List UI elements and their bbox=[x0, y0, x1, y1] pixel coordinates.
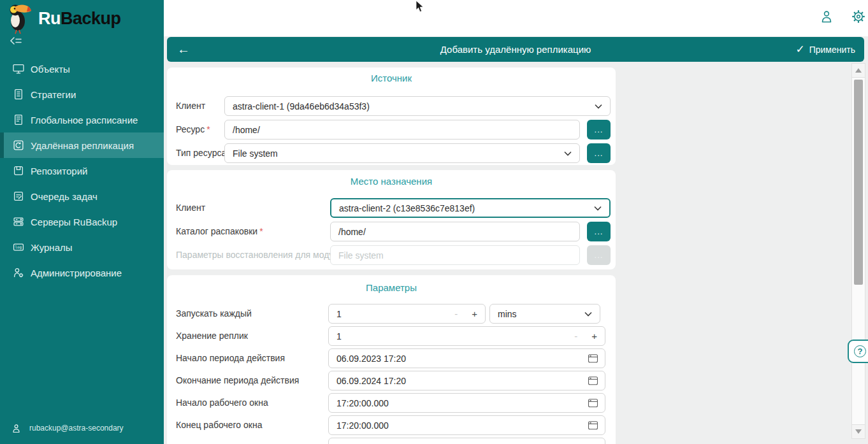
destination-section: Место назначения Клиент astra-client-2 (… bbox=[167, 170, 616, 269]
chevron-down-icon bbox=[564, 151, 572, 156]
chevron-down-icon bbox=[594, 206, 602, 211]
destination-dir-input[interactable] bbox=[330, 222, 580, 241]
destination-dir-browse-button[interactable]: ... bbox=[587, 222, 611, 241]
svg-text:log: log bbox=[15, 245, 22, 250]
collapse-sidebar-icon[interactable] bbox=[10, 36, 22, 46]
period-end-input[interactable] bbox=[328, 371, 605, 390]
sidebar-item-remote-replication[interactable]: Удалённая репликация bbox=[0, 132, 164, 158]
sidebar-item-task-queue[interactable]: Очередь задач bbox=[0, 183, 164, 209]
page-title: Добавить удалённую репликацию bbox=[167, 37, 864, 62]
required-mark: * bbox=[206, 124, 210, 134]
toucan-logo-icon bbox=[5, 2, 34, 35]
sidebar-item-label: Журналы bbox=[31, 242, 73, 253]
calendar-icon[interactable] bbox=[588, 353, 598, 364]
source-type-browse-button[interactable]: ... bbox=[587, 143, 611, 163]
triangle-down-icon bbox=[855, 429, 862, 434]
sidebar-item-journals[interactable]: log Журналы bbox=[0, 234, 164, 260]
calendar-icon[interactable] bbox=[588, 397, 598, 408]
window-start-input[interactable] bbox=[328, 393, 605, 413]
check-icon: ✓ bbox=[795, 43, 804, 56]
source-resource-browse-button[interactable]: ... bbox=[587, 120, 611, 140]
sidebar-menu: Объекты Стратегии Глобальное расписание … bbox=[0, 56, 164, 285]
app-title: RuBackup bbox=[38, 9, 121, 29]
calendar-icon[interactable] bbox=[588, 420, 598, 431]
sidebar-item-administration[interactable]: Администрирование bbox=[0, 260, 164, 285]
module-params-browse-button: ... bbox=[587, 245, 611, 265]
source-client-select[interactable]: astra-client-1 (9da46eb6d34a53f3) bbox=[224, 96, 611, 116]
document-icon bbox=[13, 89, 24, 100]
monitor-icon bbox=[13, 63, 24, 75]
increment-button[interactable]: + bbox=[591, 331, 597, 341]
form-header: ← Добавить удалённую репликацию ✓ Примен… bbox=[167, 37, 864, 62]
keep-replicas-stepper[interactable]: 1 - + bbox=[328, 326, 605, 346]
decrement-button[interactable]: - bbox=[574, 331, 577, 341]
logged-in-user: rubackup@astra-secondary bbox=[29, 424, 124, 433]
sidebar: RuBackup Объекты Стратегии bbox=[0, 0, 164, 444]
schedule-icon bbox=[13, 114, 24, 125]
scroll-up-button[interactable] bbox=[852, 64, 865, 78]
source-client-label: Клиент bbox=[176, 96, 205, 116]
section-title: Место назначения bbox=[167, 176, 616, 187]
window-end-input[interactable] bbox=[328, 415, 605, 435]
scroll-down-button[interactable] bbox=[852, 424, 865, 438]
user-icon bbox=[11, 424, 21, 433]
source-type-label: Тип ресурса bbox=[176, 143, 226, 163]
source-section: Источник Клиент astra-client-1 (9da46eb6… bbox=[167, 68, 616, 165]
increment-button[interactable]: + bbox=[472, 308, 477, 319]
run-every-unit-select[interactable]: mins bbox=[489, 304, 600, 324]
sidebar-item-label: Серверы RuBackup bbox=[31, 217, 117, 227]
source-type-value: File system bbox=[233, 148, 564, 159]
sidebar-item-repository[interactable]: Репозиторий bbox=[0, 158, 164, 183]
run-every-value: 1 bbox=[336, 309, 454, 319]
required-mark: * bbox=[259, 226, 263, 236]
repository-icon bbox=[13, 165, 24, 176]
sidebar-item-label: Глобальное расписание bbox=[31, 115, 138, 125]
window-start-label: Начало рабочего окна bbox=[176, 393, 268, 413]
triangle-up-icon bbox=[855, 68, 862, 73]
sidebar-item-label: Удалённая репликация bbox=[31, 140, 134, 151]
period-end-label: Окончание периода действия bbox=[176, 371, 299, 390]
destination-dir-label: Каталог распаковки* bbox=[176, 222, 263, 241]
sidebar-item-strategies[interactable]: Стратегии bbox=[0, 82, 164, 107]
gear-icon[interactable] bbox=[851, 10, 865, 24]
brand-ru: Ru bbox=[38, 9, 61, 28]
replication-icon bbox=[13, 140, 24, 151]
source-type-select[interactable]: File system bbox=[224, 143, 580, 163]
sidebar-footer[interactable]: rubackup@astra-secondary bbox=[0, 415, 164, 441]
sidebar-item-label: Стратегии bbox=[31, 89, 76, 100]
sidebar-item-global-schedule[interactable]: Глобальное расписание bbox=[0, 107, 164, 132]
period-start-input[interactable] bbox=[328, 348, 605, 368]
chevron-down-icon bbox=[584, 312, 592, 317]
mouse-cursor bbox=[416, 1, 424, 13]
admin-icon bbox=[13, 267, 24, 278]
keep-replicas-label: Хранение реплик bbox=[176, 326, 248, 346]
servers-icon bbox=[13, 216, 24, 227]
sidebar-item-objects[interactable]: Объекты bbox=[0, 56, 164, 82]
topbar bbox=[164, 0, 868, 36]
vertical-scrollbar[interactable] bbox=[851, 63, 865, 439]
destination-client-select[interactable]: astra-client-2 (c13e8536c7e813ef) bbox=[330, 198, 611, 218]
run-every-unit-value: mins bbox=[498, 309, 584, 319]
sidebar-item-label: Очередь задач bbox=[31, 191, 98, 202]
run-every-label: Запускать каждый bbox=[176, 304, 252, 324]
module-params-label: Параметры восстановления для модуля: bbox=[176, 245, 346, 265]
source-client-value: astra-client-1 (9da46eb6d34a53f3) bbox=[233, 101, 595, 111]
task-queue-icon bbox=[13, 190, 24, 202]
decrement-button[interactable]: - bbox=[454, 308, 458, 319]
question-icon: ? bbox=[854, 345, 866, 357]
app-logo: RuBackup bbox=[5, 2, 121, 35]
sidebar-item-servers[interactable]: Серверы RuBackup bbox=[0, 209, 164, 234]
run-every-stepper[interactable]: 1 - + bbox=[328, 304, 486, 324]
apply-button[interactable]: ✓ Применить bbox=[795, 37, 855, 62]
source-resource-input[interactable] bbox=[224, 120, 580, 140]
section-title: Параметры bbox=[167, 282, 616, 293]
window-end-label: Конец рабочего окна bbox=[176, 415, 262, 435]
user-icon[interactable] bbox=[820, 10, 834, 24]
calendar-icon[interactable] bbox=[588, 375, 598, 386]
sidebar-item-label: Репозиторий bbox=[31, 166, 87, 176]
help-button[interactable]: ? bbox=[848, 340, 868, 363]
scrollbar-thumb[interactable] bbox=[854, 80, 863, 285]
chevron-down-icon bbox=[595, 104, 602, 109]
parameters-section: Параметры Запускать каждый 1 - + mins Хр… bbox=[167, 275, 616, 444]
next-field-partial[interactable] bbox=[328, 438, 605, 444]
